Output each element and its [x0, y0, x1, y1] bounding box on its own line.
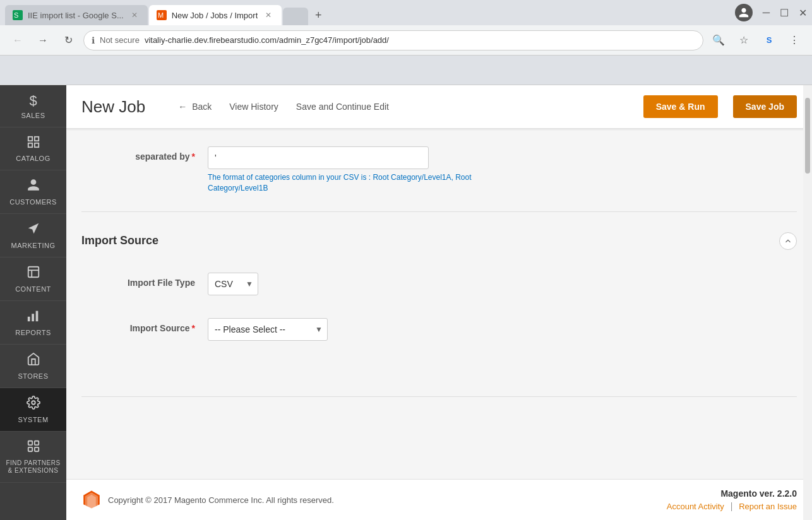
sidebar-find-partners-label: FIND PARTNERS & EXTENSIONS	[5, 459, 61, 475]
svg-point-14	[32, 401, 35, 405]
sidebar-reports-label: REPORTS	[15, 329, 51, 336]
svg-rect-6	[28, 143, 32, 147]
forward-nav-btn[interactable]: →	[33, 30, 53, 50]
svg-text:S: S	[14, 11, 18, 19]
import-file-type-row: Import File Type CSV XML JSON ▼	[81, 268, 797, 300]
tab1-favicon: S	[13, 10, 23, 20]
separated-by-control: The format of categories column in your …	[208, 146, 797, 194]
account-activity-link[interactable]: Account Activity	[667, 502, 724, 511]
url-text: vitaliy-charlie.dev.firebearstudio.com/a…	[145, 35, 389, 45]
sidebar-system-label: SYSTEM	[18, 416, 48, 423]
stores-icon	[27, 352, 40, 370]
sidebar-item-content[interactable]: CONTENT	[0, 257, 66, 301]
categories-hint: The format of categories column in your …	[208, 172, 492, 194]
sidebar-item-label: SALES	[21, 112, 45, 119]
browser-toolbar: ← → ↻ ℹ Not secure vitaliy-charlie.dev.f…	[0, 25, 812, 56]
catalog-icon	[27, 135, 40, 152]
url-bar[interactable]: ℹ Not secure vitaliy-charlie.dev.firebea…	[83, 30, 703, 50]
save-continue-btn[interactable]: Save and Continue Edit	[289, 98, 397, 115]
marketing-icon	[27, 222, 40, 239]
svg-rect-13	[35, 311, 38, 322]
right-scrollbar[interactable]	[803, 85, 812, 520]
svg-marker-21	[88, 495, 96, 508]
tab1-close-btn[interactable]: ✕	[129, 9, 140, 21]
separated-by-input[interactable]	[208, 146, 429, 169]
view-history-btn[interactable]: View History	[222, 98, 286, 115]
header-nav: ← Back View History Save and Continue Ed…	[170, 98, 628, 115]
sidebar-item-reports[interactable]: REPORTS	[0, 301, 66, 345]
import-file-type-label: Import File Type	[81, 273, 208, 288]
browser-chrome: S IIE import list - Google S... ✕ M New …	[0, 0, 812, 85]
footer: Copyright © 2017 Magento Commerce Inc. A…	[66, 479, 812, 520]
separated-by-label: separated by*	[81, 146, 208, 162]
menu-btn[interactable]: ⋮	[784, 30, 804, 50]
svg-rect-16	[34, 441, 38, 445]
sidebar-customers-label: CUSTOMERS	[9, 198, 57, 206]
sidebar-item-marketing[interactable]: MARKETING	[0, 214, 66, 257]
svg-rect-17	[28, 447, 32, 451]
tab2-label: New Job / Jobs / Import	[172, 11, 258, 20]
back-label: Back	[192, 102, 212, 112]
search-btn[interactable]: 🔍	[708, 30, 729, 50]
tab2-close-btn[interactable]: ✕	[263, 9, 274, 21]
back-link[interactable]: ← Back	[170, 98, 219, 115]
import-source-row: Import Source* -- Please Select -- File …	[81, 313, 797, 346]
sidebar: $ SALES CATALOG CUSTOMERS MARKETING CO	[0, 85, 66, 520]
back-nav-btn[interactable]: ←	[8, 30, 28, 50]
required-star: *	[192, 151, 195, 162]
browser-title-bar: S IIE import list - Google S... ✕ M New …	[0, 0, 812, 25]
svg-rect-7	[34, 143, 38, 147]
separated-by-field-row: separated by* The format of categories c…	[81, 141, 797, 199]
import-source-section-header: Import Source	[81, 225, 797, 257]
svg-rect-11	[27, 317, 30, 321]
sidebar-item-catalog[interactable]: CATALOG	[0, 127, 66, 170]
close-btn[interactable]: ✕	[799, 7, 807, 19]
empty-tab	[283, 8, 308, 25]
sidebar-marketing-label: MARKETING	[11, 242, 56, 249]
info-icon: ℹ	[92, 35, 95, 45]
profile-icon[interactable]	[735, 4, 753, 21]
system-icon	[27, 396, 40, 413]
import-source-select[interactable]: -- Please Select -- File FTP URL Google …	[208, 318, 328, 341]
save-job-btn[interactable]: Save Job	[733, 95, 797, 118]
sidebar-item-stores[interactable]: STORES	[0, 345, 66, 388]
import-source-select-wrapper: -- Please Select -- File FTP URL Google …	[208, 318, 328, 341]
footer-copyright: Copyright © 2017 Magento Commerce Inc. A…	[108, 495, 334, 505]
reload-nav-btn[interactable]: ↻	[58, 30, 78, 50]
save-run-btn[interactable]: Save & Run	[643, 95, 718, 118]
new-tab-btn[interactable]: +	[309, 6, 327, 24]
sidebar-item-sales[interactable]: $ SALES	[0, 85, 66, 127]
back-arrow-icon: ←	[178, 102, 187, 112]
find-partners-icon	[27, 439, 40, 457]
sidebar-catalog-label: CATALOG	[16, 155, 50, 162]
magento-logo-icon	[81, 490, 102, 510]
svg-rect-15	[28, 441, 32, 445]
browser-tab-1[interactable]: S IIE import list - Google S... ✕	[5, 5, 148, 25]
dollar-icon: $	[29, 93, 37, 109]
footer-link-separator: |	[731, 501, 733, 511]
report-issue-link[interactable]: Report an Issue	[739, 502, 797, 511]
import-source-label: Import Source*	[81, 318, 208, 333]
reports-icon	[27, 309, 40, 326]
browser-tab-2[interactable]: M New Job / Jobs / Import ✕	[149, 5, 282, 25]
maximize-btn[interactable]: ☐	[780, 7, 789, 19]
sidebar-item-system[interactable]: SYSTEM	[0, 388, 66, 432]
svg-rect-4	[28, 137, 32, 141]
footer-link-row: Account Activity | Report an Issue	[667, 501, 797, 511]
bookmark-btn[interactable]: ☆	[734, 30, 754, 50]
section-divider-2	[81, 396, 797, 397]
content-icon	[27, 265, 40, 283]
collapse-section-btn[interactable]	[779, 232, 797, 250]
minimize-btn[interactable]: ─	[763, 7, 770, 18]
section-divider-1	[81, 211, 797, 212]
extension-btn[interactable]: S	[759, 30, 779, 50]
sidebar-item-find-partners[interactable]: FIND PARTNERS & EXTENSIONS	[0, 432, 66, 483]
import-source-title: Import Source	[81, 234, 158, 247]
svg-rect-8	[28, 267, 39, 278]
page-title: New Job	[81, 97, 145, 117]
import-file-type-select[interactable]: CSV XML JSON	[208, 273, 258, 295]
svg-text:M: M	[158, 11, 164, 19]
sidebar-item-customers[interactable]: CUSTOMERS	[0, 170, 66, 214]
footer-links: Magento ver. 2.2.0 Account Activity | Re…	[667, 488, 797, 511]
app-container: $ SALES CATALOG CUSTOMERS MARKETING CO	[0, 85, 812, 520]
